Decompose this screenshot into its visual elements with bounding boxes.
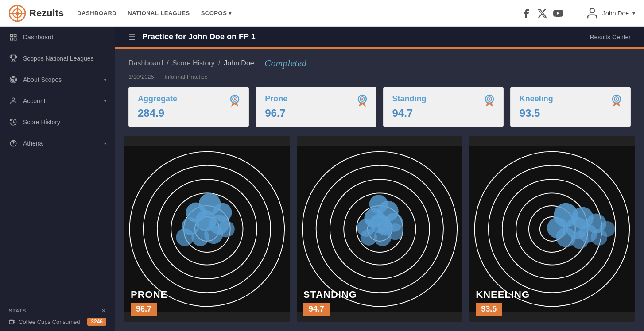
breadcrumb-sep-2: / <box>218 59 220 67</box>
nav-dashboard[interactable]: DASHBOARD <box>77 10 116 16</box>
results-center-link[interactable]: Results Center <box>590 34 631 41</box>
standing-target-title: STANDING <box>303 289 357 300</box>
aggregate-title: Aggregate <box>138 94 240 104</box>
session-type: Informal Practice <box>164 73 208 80</box>
twitter-x-icon[interactable] <box>537 8 547 19</box>
coffee-cups-label: Coffee Cups Consumed <box>19 319 80 325</box>
standing-ribbon-icon <box>483 94 496 108</box>
svg-rect-9 <box>10 38 12 40</box>
breadcrumb-dashboard[interactable]: Dashboard <box>128 59 163 67</box>
account-chevron-icon: ▾ <box>104 99 106 104</box>
history-icon <box>9 118 18 127</box>
sidebar-athena-label: Athena <box>23 140 99 147</box>
kneeling-target-card: KNEELING 93.5 <box>469 136 635 322</box>
breadcrumb-sep-1: / <box>167 59 168 67</box>
logo[interactable]: Rezults <box>9 5 64 22</box>
prone-target-score: 96.7 <box>131 303 157 316</box>
svg-rect-10 <box>14 38 16 40</box>
user-menu-chevron: ▾ <box>632 10 635 16</box>
user-name-label: John Doe <box>602 10 629 17</box>
sidebar-item-about-scopos[interactable]: About Scopos ▾ <box>0 69 115 90</box>
athena-chevron-icon: ▾ <box>104 141 106 146</box>
kneeling-title: Kneeling <box>520 94 621 104</box>
score-card-standing: Standing 94.7 <box>383 87 504 127</box>
prone-target-title: PRONE <box>131 289 167 300</box>
standing-target-card: STANDING 94.7 <box>297 136 463 322</box>
prone-ribbon-icon <box>356 94 369 108</box>
aggregate-value: 284.9 <box>138 107 240 119</box>
nav-links: DASHBOARD NATIONAL LEAGUES SCOPOS ▾ <box>77 10 508 16</box>
svg-point-57 <box>369 195 388 213</box>
social-links <box>521 8 563 19</box>
standing-label-area: STANDING 94.7 <box>297 282 364 322</box>
kneeling-value: 93.5 <box>520 107 621 119</box>
aggregate-ribbon-icon <box>228 94 241 108</box>
sidebar-account-label: Account <box>23 97 99 104</box>
kneeling-target-title: KNEELING <box>476 289 530 300</box>
sidebar-item-dashboard[interactable]: Dashboard <box>0 27 115 48</box>
target-circle-icon <box>9 75 18 84</box>
user-avatar-icon <box>586 7 599 20</box>
sidebar-item-national-leagues[interactable]: Scopos National Leagues <box>0 48 115 69</box>
page-header: ☰ Practice for John Doe on FP 1 Results … <box>115 27 644 49</box>
hamburger-button[interactable]: ☰ <box>128 32 136 42</box>
sidebar: Dashboard Scopos National Leagues About … <box>0 27 115 331</box>
coffee-cups-row: Coffee Cups Consumed 3246 <box>9 318 106 326</box>
coffee-icon <box>9 319 15 325</box>
prone-target-card: PRONE 96.7 <box>124 136 290 322</box>
sidebar-about-label: About Scopos <box>23 76 99 83</box>
nav-national-leagues[interactable]: NATIONAL LEAGUES <box>128 10 190 16</box>
standing-value: 94.7 <box>392 107 494 119</box>
svg-point-14 <box>12 98 15 100</box>
stats-close-button[interactable]: ✕ <box>101 307 106 314</box>
date-separator: | <box>159 73 160 80</box>
score-card-aggregate: Aggregate 284.9 <box>128 87 249 127</box>
standing-title: Standing <box>392 94 494 104</box>
athena-icon <box>9 139 18 148</box>
breadcrumb: Dashboard / Score History / John Doe Com… <box>115 49 644 73</box>
svg-point-24 <box>361 98 363 100</box>
user-menu[interactable]: John Doe ▾ <box>586 7 635 20</box>
sidebar-item-score-history[interactable]: Score History <box>0 112 115 133</box>
svg-point-46 <box>218 221 234 237</box>
grid-icon <box>9 33 18 42</box>
target-cards: PRONE 96.7 <box>115 136 644 331</box>
page-title: Practice for John Doe on FP 1 <box>142 32 256 42</box>
sidebar-national-leagues-label: Scopos National Leagues <box>23 55 106 62</box>
youtube-icon[interactable] <box>553 8 563 19</box>
top-navigation: Rezults DASHBOARD NATIONAL LEAGUES SCOPO… <box>0 0 644 27</box>
prone-title: Prone <box>265 94 367 104</box>
svg-point-81 <box>600 221 615 237</box>
sidebar-item-account[interactable]: Account ▾ <box>0 90 115 112</box>
breadcrumb-current: John Doe <box>224 59 254 67</box>
svg-point-79 <box>571 231 589 249</box>
main-layout: Dashboard Scopos National Leagues About … <box>0 27 644 331</box>
prone-value: 96.7 <box>265 107 367 119</box>
facebook-icon[interactable] <box>521 8 531 19</box>
svg-point-64 <box>377 220 393 236</box>
svg-point-30 <box>616 98 617 100</box>
kneeling-ribbon-icon <box>610 94 623 108</box>
coffee-cups-badge: 3246 <box>87 318 106 326</box>
score-card-prone: Prone 96.7 <box>256 87 376 127</box>
nav-scopos[interactable]: SCOPOS ▾ <box>201 10 232 16</box>
kneeling-target-score: 93.5 <box>476 303 502 316</box>
account-user-icon <box>9 96 18 105</box>
svg-point-62 <box>360 229 376 246</box>
svg-point-12 <box>12 78 16 82</box>
date-row: 1/10/2025 | Informal Practice <box>115 73 644 87</box>
score-cards: Aggregate 284.9 Prone 96.7 <box>115 87 644 136</box>
completed-badge: Completed <box>264 58 306 69</box>
prone-label-area: PRONE 96.7 <box>124 282 174 322</box>
breadcrumb-score-history[interactable]: Score History <box>172 59 215 67</box>
svg-point-47 <box>176 228 194 246</box>
scopos-dropdown-arrow: ▾ <box>229 10 232 16</box>
sidebar-item-athena[interactable]: Athena ▾ <box>0 133 115 154</box>
stats-label: STATS <box>9 308 26 313</box>
session-date: 1/10/2025 <box>128 73 154 80</box>
svg-rect-8 <box>14 34 16 36</box>
content-area: ☰ Practice for John Doe on FP 1 Results … <box>115 27 644 331</box>
trophy-icon <box>9 54 18 63</box>
svg-point-6 <box>590 8 594 12</box>
standing-target-score: 94.7 <box>303 303 330 316</box>
